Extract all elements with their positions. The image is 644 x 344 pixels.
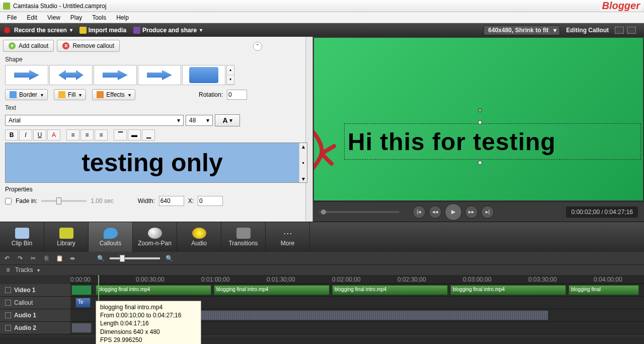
menu-edit[interactable]: Edit (22, 13, 42, 22)
zoom-icon (148, 228, 162, 239)
shape-scroll[interactable]: ▴▾ (226, 65, 234, 85)
shape-arrow-fast[interactable] (94, 65, 137, 85)
fadein-checkbox[interactable] (5, 198, 12, 204)
undo-icon[interactable]: ↶ (3, 254, 11, 262)
video-clip[interactable]: blogging final intro.mp4 (214, 285, 330, 295)
tab-more[interactable]: ⋯More (266, 222, 310, 252)
border-dropdown[interactable]: Border▾ (5, 89, 48, 100)
eye-icon[interactable] (5, 312, 11, 318)
playback-bar: |◂ ◂◂ ▶ ▸▸ ▸| 0:00:02;00 / 0:04:27;16 (313, 201, 644, 222)
x-input[interactable] (198, 196, 223, 206)
scrollbar[interactable] (305, 37, 312, 222)
tab-transitions[interactable]: Transitions (221, 222, 266, 252)
timeline-ruler[interactable]: 0:00:00 0:00:30;00 0:01:00;00 0:01:30;00… (70, 275, 644, 284)
video-clip[interactable]: blogging final intro.mp4 (450, 285, 566, 295)
forward-button[interactable]: ▸▸ (465, 205, 478, 219)
menu-tools[interactable]: Tools (87, 13, 111, 22)
tab-clipbin[interactable]: Clip Bin (0, 222, 44, 252)
tab-callouts[interactable]: Callouts (89, 222, 133, 252)
shape-arrow-right[interactable] (5, 65, 48, 85)
zoom-out-icon[interactable]: 🔍 (97, 254, 105, 262)
text-color-button[interactable]: A (47, 129, 60, 141)
prev-button[interactable]: |◂ (413, 205, 426, 219)
rotation-input[interactable] (227, 90, 247, 100)
paste-icon[interactable]: 📋 (55, 254, 63, 262)
video-clip[interactable]: blogging final intro.mp4 (332, 285, 448, 295)
rotate-handle[interactable] (478, 108, 482, 112)
bold-button[interactable]: B (5, 129, 18, 141)
menu-bar: File Edit View Play Tools Help (0, 12, 644, 23)
preview-title: Editing Callout (566, 27, 609, 34)
shape-arrow-bi[interactable] (49, 65, 93, 85)
font-select[interactable]: Arial▾ (5, 115, 184, 126)
produce-button[interactable]: Produce and share▾ (133, 27, 202, 34)
add-callout-button[interactable]: +Add callout (3, 40, 54, 52)
tab-zoom[interactable]: Zoom-n-Pan (133, 222, 177, 252)
tab-library[interactable]: Library (44, 222, 89, 252)
align-right-button[interactable]: ≡ (95, 129, 108, 141)
properties-label: Properties (0, 184, 312, 195)
eye-icon[interactable] (5, 325, 11, 331)
remove-callout-button[interactable]: ×Remove callout (57, 40, 120, 52)
next-button[interactable]: ▸| (481, 205, 494, 219)
track-audio2-label[interactable]: Audio 2 (0, 322, 70, 334)
eye-icon[interactable] (5, 300, 11, 306)
fullscreen-icon[interactable] (627, 27, 636, 34)
width-input[interactable] (159, 196, 184, 206)
size-select[interactable]: 48▾ (186, 115, 213, 126)
fill-dropdown[interactable]: Fill▾ (54, 89, 86, 100)
valign-top-button[interactable]: ▔ (114, 129, 127, 141)
resize-handle[interactable] (478, 161, 482, 165)
menu-help[interactable]: Help (111, 13, 134, 22)
rewind-button[interactable]: ◂◂ (429, 205, 442, 219)
effects-dropdown[interactable]: Effects▾ (92, 89, 135, 100)
menu-file[interactable]: File (2, 13, 22, 22)
menu-view[interactable]: View (42, 13, 65, 22)
callout-clip[interactable]: Te (75, 298, 91, 308)
collapse-icon[interactable]: ⌃ (253, 42, 262, 51)
align-center-button[interactable]: ≡ (80, 129, 94, 141)
callout-textarea[interactable]: testing only ▴▪▾ (5, 143, 307, 183)
redo-icon[interactable]: ↷ (16, 254, 24, 262)
fadein-time: 1.00 sec (91, 197, 113, 204)
title-bar: Camtasia Studio - Untitled.camproj (0, 0, 644, 12)
transitions-icon (236, 228, 251, 239)
canvas-callout-text[interactable]: Hi this for testing (344, 123, 641, 160)
menu-play[interactable]: Play (65, 13, 87, 22)
zoom-slider[interactable] (110, 257, 160, 259)
play-button[interactable]: ▶ (445, 203, 462, 221)
shape-rectangle[interactable] (182, 65, 225, 85)
preview-canvas[interactable]: Hi this for testing (314, 38, 643, 200)
seek-slider[interactable] (319, 211, 399, 213)
track-video1-label[interactable]: Video 1 (0, 284, 70, 296)
eye-icon[interactable] (5, 287, 11, 293)
copy-icon[interactable]: ⎘ (42, 254, 50, 262)
italic-button[interactable]: I (19, 129, 32, 141)
valign-bot-button[interactable]: ▁ (142, 129, 155, 141)
video-clip[interactable]: blogging final intro.mp4 (96, 285, 211, 295)
video-clip[interactable]: blogging final (569, 285, 639, 295)
fadein-slider[interactable] (41, 200, 87, 202)
shape-arrow-curve[interactable] (138, 65, 181, 85)
valign-mid-button[interactable]: ▬ (128, 129, 141, 141)
align-left-button[interactable]: ≡ (66, 129, 79, 141)
import-media-button[interactable]: Import media (79, 27, 126, 34)
resolution-dropdown[interactable]: 640x480, Shrink to fit (484, 25, 560, 35)
view-mode-icon[interactable] (615, 27, 624, 34)
tab-audio[interactable]: Audio (177, 222, 221, 252)
record-button[interactable]: Record the screen▾ (4, 27, 72, 34)
track-audio1-label[interactable]: Audio 1 (0, 309, 70, 321)
callouts-icon (104, 228, 118, 239)
split-icon[interactable]: ⇹ (68, 254, 76, 262)
zoom-in-icon[interactable]: 🔍 (165, 254, 173, 262)
video-thumb[interactable] (71, 285, 92, 295)
audio-clip[interactable] (71, 323, 92, 333)
cut-icon[interactable]: ✂ (29, 254, 37, 262)
tracks-icon[interactable]: ≡ (4, 266, 12, 274)
track-callout-label[interactable]: Callout (0, 297, 70, 309)
textarea-scrollbar[interactable]: ▴▪▾ (299, 143, 307, 182)
border-icon (10, 91, 17, 98)
resize-handle[interactable] (478, 120, 482, 124)
underline-button[interactable]: U (33, 129, 46, 141)
font-color-button[interactable]: A▾ (215, 114, 240, 126)
